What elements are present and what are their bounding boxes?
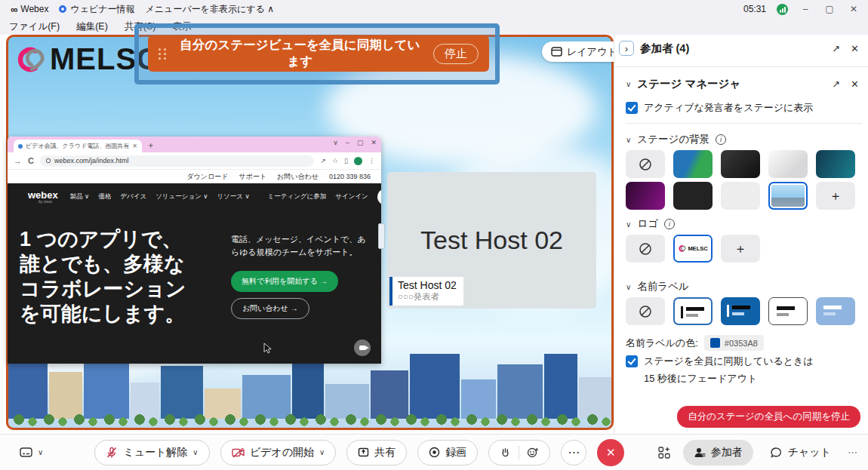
collapse-panel-button[interactable]: › (619, 41, 634, 56)
close-button[interactable]: ✕ (847, 4, 860, 14)
logo-info-icon[interactable]: i (664, 219, 675, 229)
start-video-chevron-icon: ∨ (319, 448, 325, 456)
more-options-icon: ⋯ (568, 445, 580, 459)
browser-close-button[interactable]: ✕ (371, 139, 377, 146)
site-nav-solutions[interactable]: ソリューション ∨ (155, 192, 208, 201)
participants-panel-title: 参加者 (4) (640, 41, 689, 56)
camera-widget-icon[interactable] (354, 339, 371, 356)
raise-hand-icon[interactable] (500, 447, 511, 458)
stop-sync-all-button[interactable]: 自分のステージの全員への同期を停止 (677, 406, 860, 428)
new-tab-button[interactable]: ＋ (146, 140, 155, 151)
reactions-smiley-icon[interactable] (527, 447, 539, 459)
logo-add-button[interactable]: ＋ (721, 235, 760, 263)
unmute-button[interactable]: ミュート解除 ∨ (94, 440, 209, 465)
menu-file[interactable]: ファイル(F) (9, 20, 60, 33)
site-nav-products[interactable]: 製品 ∨ (70, 192, 90, 201)
browser-tab[interactable]: ビデオ会議、クラウド電話、画面共有 ✕ (14, 140, 142, 152)
site-brand[interactable]: webex by cisco (28, 190, 58, 204)
popout-panel-icon[interactable]: ↗ (832, 43, 840, 54)
browser-share-icon[interactable]: ↗ (320, 157, 326, 164)
leave-meeting-button[interactable]: ✕ (597, 439, 624, 466)
quicklink-contact[interactable]: お問い合わせ (277, 172, 319, 182)
logo-none-thumb[interactable] (626, 235, 665, 263)
chat-toggle-button[interactable]: チャット (765, 440, 836, 465)
browser-minimize-button[interactable]: – (346, 139, 349, 146)
address-bar[interactable]: webex.com/ja/index.html (40, 155, 314, 167)
more-options-button[interactable]: ⋯ (561, 440, 586, 465)
name-label-style-3[interactable] (768, 297, 808, 325)
popout-stage-manager-icon[interactable]: ↗ (832, 78, 840, 90)
background-thumb-gray[interactable] (721, 182, 760, 210)
app-name: Webex (20, 4, 48, 14)
background-thumb-city-selected[interactable] (768, 182, 808, 210)
fadeout-checkbox[interactable] (626, 355, 638, 367)
name-label-color-chip[interactable]: #0353A8 (704, 335, 764, 351)
close-stage-manager-icon[interactable]: ✕ (851, 78, 859, 90)
fadeout-row: ステージを全員に同期しているときは 15 秒後にフェードアウト (626, 355, 859, 386)
minimize-button[interactable]: – (799, 4, 812, 14)
hide-menubar-button[interactable]: メニューバーを非表示にする ∧ (146, 3, 274, 16)
hero-primary-button[interactable]: 無料で利用を開始する → (231, 271, 338, 292)
record-button[interactable]: 録画 (417, 440, 478, 465)
stage-divider-handle[interactable] (378, 223, 385, 249)
drag-handle-icon[interactable] (159, 48, 167, 60)
background-thumb-teal[interactable] (816, 150, 855, 178)
lock-icon (46, 158, 51, 163)
background-thumb-dark[interactable] (721, 150, 760, 178)
participant-display-name: Test Host 02 (420, 226, 563, 255)
site-nav-resources[interactable]: リソース ∨ (217, 192, 249, 201)
site-cta-button[interactable]: 無料で始める (377, 189, 381, 205)
active-speaker-checkbox[interactable] (626, 102, 638, 114)
name-label-style-4[interactable] (816, 297, 855, 325)
browser-menu-icon[interactable]: ⋮ (368, 157, 375, 164)
background-thumb-black[interactable] (673, 182, 713, 210)
site-nav-signin[interactable]: サインイン (335, 192, 368, 201)
webinar-info-menu[interactable]: ウェビナー情報 (59, 3, 134, 16)
name-label-style-2[interactable] (721, 297, 760, 325)
name-label-section-header[interactable]: ∨ 名前ラベル (626, 280, 859, 293)
captions-chevron-icon: ∨ (38, 448, 43, 456)
quicklink-support[interactable]: サポート (239, 172, 266, 182)
browser-avatar[interactable] (354, 157, 362, 165)
name-label-style-1-selected[interactable] (673, 297, 713, 325)
background-thumb-light[interactable] (768, 150, 808, 178)
color-swatch (710, 338, 720, 348)
browser-reload-icon[interactable]: C (28, 156, 34, 165)
background-none-thumb[interactable] (626, 150, 665, 178)
stage-manager-chevron-icon[interactable]: ∨ (626, 80, 631, 88)
name-label-none-thumb[interactable] (626, 297, 665, 325)
browser-maximize-button[interactable]: ▢ (357, 139, 364, 146)
background-add-button[interactable]: ＋ (816, 182, 855, 210)
background-thumb-green-blue[interactable] (673, 150, 713, 178)
connection-quality-icon[interactable] (777, 4, 788, 15)
stop-sync-banner-button[interactable]: 停止 (433, 44, 479, 64)
browser-url-row: → C webex.com/ja/index.html ↗ ☆ ▯ ⋮ (8, 152, 381, 170)
site-nav-pricing[interactable]: 価格 (98, 192, 111, 201)
site-nav-join[interactable]: ミーティングに参加 (268, 192, 327, 201)
background-thumb-purple[interactable] (626, 182, 665, 210)
logo-melsc-thumb-selected[interactable]: MELSC (673, 235, 713, 263)
site-nav-devices[interactable]: デバイス (120, 192, 146, 201)
maximize-button[interactable]: ▢ (823, 4, 836, 14)
stage-background-info-icon[interactable]: i (716, 134, 726, 145)
close-panel-icon[interactable]: ✕ (851, 43, 859, 54)
record-label: 録画 (445, 446, 466, 459)
logo-section-header[interactable]: ∨ ロゴ i (626, 217, 859, 231)
menu-edit[interactable]: 編集(E) (76, 20, 108, 33)
start-video-button[interactable]: ビデオの開始 ∨ (220, 440, 337, 465)
ban-icon (639, 242, 652, 256)
bookmark-star-icon[interactable]: ☆ (332, 157, 338, 164)
share-button[interactable]: 共有 (346, 440, 407, 465)
toolbar-more-icon[interactable]: ⋯ (848, 447, 857, 458)
background-thumbnails-row2: ＋ (626, 182, 855, 210)
browser-forward-icon[interactable]: → (14, 156, 22, 165)
tab-close-icon[interactable]: ✕ (132, 143, 137, 149)
browser-profile-icon[interactable]: ▯ (344, 157, 348, 164)
captions-button[interactable]: ∨ (14, 440, 49, 465)
stage-background-header[interactable]: ∨ ステージの背景 i (626, 133, 859, 146)
hero-secondary-button[interactable]: お問い合わせ → (231, 298, 309, 319)
browser-dropdown-icon[interactable]: ∨ (333, 139, 338, 146)
apps-icon[interactable] (657, 446, 671, 459)
participants-toggle-button[interactable]: 参加者 (683, 440, 753, 465)
quicklink-download[interactable]: ダウンロード (186, 172, 228, 182)
